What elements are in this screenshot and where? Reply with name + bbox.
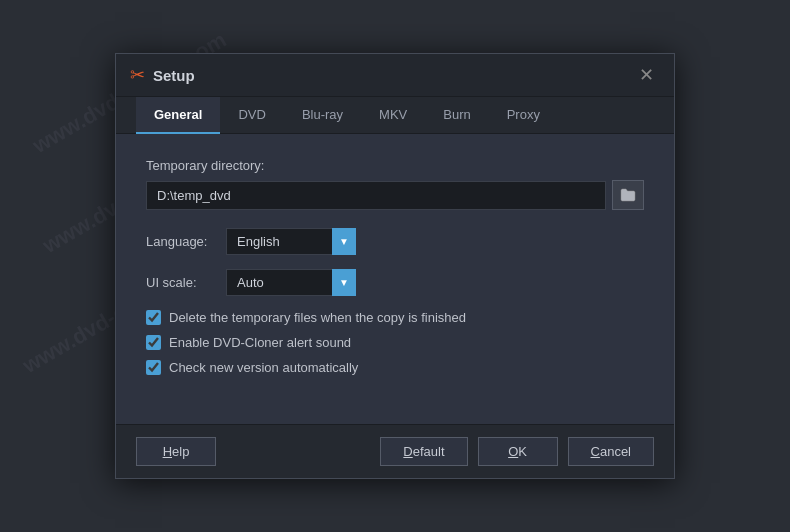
title-bar: ✂ Setup ✕	[116, 54, 674, 97]
temp-dir-group: Temporary directory:	[146, 158, 644, 210]
temp-dir-label: Temporary directory:	[146, 158, 644, 173]
language-label: Language:	[146, 234, 226, 249]
tab-mkv[interactable]: MKV	[361, 97, 425, 134]
setup-icon: ✂	[130, 64, 145, 86]
checkbox-check-version-label: Check new version automatically	[169, 360, 358, 375]
checkbox-alert-sound-label: Enable DVD-Cloner alert sound	[169, 335, 351, 350]
language-select[interactable]: English French German Spanish Chinese	[226, 228, 356, 255]
default-button[interactable]: Default	[380, 437, 467, 466]
setup-dialog: ✂ Setup ✕ General DVD Blu-ray MKV Burn P…	[115, 53, 675, 479]
ok-button[interactable]: OK	[478, 437, 558, 466]
language-select-wrapper: English French German Spanish Chinese ▼	[226, 228, 356, 255]
tab-proxy[interactable]: Proxy	[489, 97, 558, 134]
ui-scale-label: UI scale:	[146, 275, 226, 290]
language-row: Language: English French German Spanish …	[146, 228, 644, 255]
cancel-button[interactable]: Cancel	[568, 437, 654, 466]
tab-bluray[interactable]: Blu-ray	[284, 97, 361, 134]
tab-bar: General DVD Blu-ray MKV Burn Proxy	[116, 97, 674, 134]
tab-dvd[interactable]: DVD	[220, 97, 283, 134]
footer-right-buttons: Default OK Cancel	[380, 437, 654, 466]
checkbox-delete-temp-label: Delete the temporary files when the copy…	[169, 310, 466, 325]
browse-folder-button[interactable]	[612, 180, 644, 210]
checkbox-check-version[interactable]	[146, 360, 161, 375]
ui-scale-row: UI scale: Auto 100% 125% 150% 175% 200% …	[146, 269, 644, 296]
tab-burn[interactable]: Burn	[425, 97, 488, 134]
checkbox-delete-temp-row: Delete the temporary files when the copy…	[146, 310, 644, 325]
close-button[interactable]: ✕	[633, 64, 660, 86]
ui-scale-select-wrapper: Auto 100% 125% 150% 175% 200% ▼	[226, 269, 356, 296]
temp-dir-input[interactable]	[146, 181, 606, 210]
ui-scale-select[interactable]: Auto 100% 125% 150% 175% 200%	[226, 269, 356, 296]
checkbox-alert-sound[interactable]	[146, 335, 161, 350]
footer: Help Default OK Cancel	[116, 424, 674, 478]
folder-icon	[620, 188, 636, 202]
general-content: Temporary directory: Language: English F…	[116, 134, 674, 424]
temp-dir-row	[146, 180, 644, 210]
help-button[interactable]: Help	[136, 437, 216, 466]
checkbox-check-version-row: Check new version automatically	[146, 360, 644, 375]
dialog-title: Setup	[153, 67, 633, 84]
checkbox-delete-temp[interactable]	[146, 310, 161, 325]
checkbox-alert-sound-row: Enable DVD-Cloner alert sound	[146, 335, 644, 350]
tab-general[interactable]: General	[136, 97, 220, 134]
